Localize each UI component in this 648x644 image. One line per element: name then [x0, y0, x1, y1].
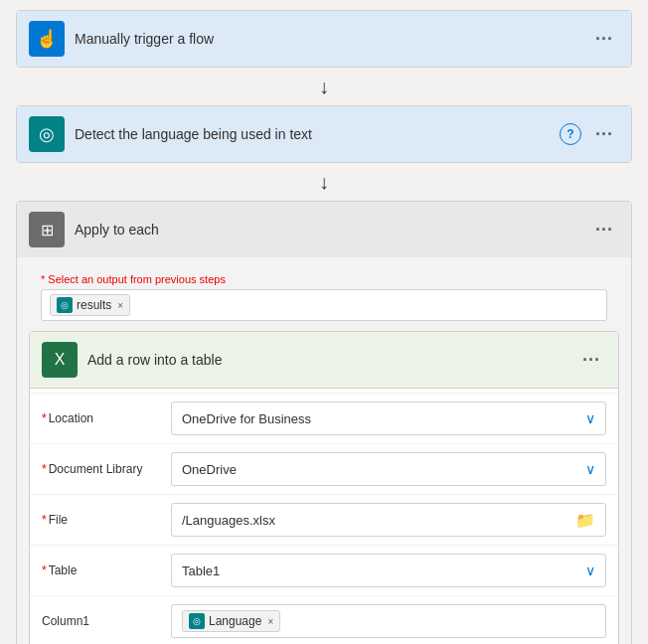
flow-canvas: ☝ Manually trigger a flow ··· ↓ ◎ Detect… — [10, 10, 638, 644]
select-output-label: * Select an output from previous steps — [29, 265, 619, 289]
doc-library-value: OneDrive — [182, 462, 237, 477]
detect-card: ◎ Detect the language being used in text… — [16, 105, 632, 163]
doc-library-dropdown[interactable]: OneDrive ∨ — [171, 452, 606, 486]
apply-each-title: Apply to each — [75, 222, 579, 238]
column1-tag-close[interactable]: × — [267, 616, 273, 627]
table-row: *Table Table1 ∨ — [30, 545, 618, 595]
add-row-form: *Location OneDrive for Business ∨ *Docum… — [30, 389, 618, 644]
add-row-header: X Add a row into a table ··· — [30, 332, 618, 389]
apply-each-more-button[interactable]: ··· — [589, 218, 619, 242]
results-tag: ◎ results × — [50, 294, 130, 316]
location-label: *Location — [42, 411, 171, 425]
add-row-actions: ··· — [576, 348, 606, 373]
trigger-more-button[interactable]: ··· — [589, 27, 619, 52]
detect-title: Detect the language being used in text — [75, 126, 550, 142]
location-row: *Location OneDrive for Business ∨ — [30, 393, 618, 443]
file-folder-icon[interactable]: 📁 — [575, 511, 595, 530]
results-tag-close[interactable]: × — [117, 300, 123, 311]
trigger-icon: ☝ — [29, 21, 65, 57]
location-dropdown[interactable]: OneDrive for Business ∨ — [171, 402, 606, 435]
doc-library-row: *Document Library OneDrive ∨ — [30, 443, 618, 494]
file-value: /Languages.xlsx — [182, 513, 275, 528]
trigger-actions: ··· — [589, 27, 619, 52]
detect-help-button[interactable]: ? — [560, 123, 581, 145]
trigger-title: Manually trigger a flow — [75, 31, 579, 47]
results-tag-label: results — [77, 298, 111, 312]
apply-each-header: ⊞ Apply to each ··· — [17, 202, 631, 257]
arrow-1: ↓ — [319, 68, 329, 105]
add-row-title: Add a row into a table — [87, 352, 567, 368]
doc-library-dropdown-arrow: ∨ — [585, 461, 595, 477]
location-value: OneDrive for Business — [182, 411, 311, 426]
column1-tag: ◎ Language × — [182, 610, 280, 632]
trigger-card: ☝ Manually trigger a flow ··· — [16, 10, 632, 68]
apply-each-icon: ⊞ — [29, 212, 65, 247]
doc-library-label: *Document Library — [42, 462, 171, 476]
detect-icon: ◎ — [29, 116, 65, 152]
arrow-2: ↓ — [319, 163, 329, 201]
table-dropdown[interactable]: Table1 ∨ — [171, 554, 606, 587]
column1-tag-label: Language — [209, 614, 261, 628]
file-row: *File /Languages.xlsx 📁 — [30, 494, 618, 545]
column1-row: Column1 ◎ Language × — [30, 595, 618, 644]
file-input[interactable]: /Languages.xlsx 📁 — [171, 503, 606, 537]
table-value: Table1 — [182, 564, 220, 578]
results-tag-input[interactable]: ◎ results × — [41, 289, 607, 321]
add-row-card: X Add a row into a table ··· *Location O… — [29, 331, 619, 644]
detect-actions: ? ··· — [560, 122, 619, 147]
table-label: *Table — [42, 564, 171, 577]
location-dropdown-arrow: ∨ — [585, 410, 595, 426]
column1-input[interactable]: ◎ Language × — [171, 604, 606, 638]
detect-more-button[interactable]: ··· — [589, 122, 619, 147]
column1-tag-icon: ◎ — [189, 613, 205, 629]
results-tag-icon: ◎ — [57, 297, 73, 313]
file-label: *File — [42, 513, 171, 527]
add-row-icon: X — [42, 342, 78, 378]
detect-header: ◎ Detect the language being used in text… — [17, 106, 631, 162]
trigger-header: ☝ Manually trigger a flow ··· — [17, 11, 631, 67]
apply-each-actions: ··· — [589, 218, 619, 242]
select-output-section: * Select an output from previous steps ◎… — [17, 257, 631, 321]
column1-label: Column1 — [42, 614, 171, 628]
table-dropdown-arrow: ∨ — [585, 563, 595, 578]
add-row-more-button[interactable]: ··· — [576, 348, 606, 373]
apply-each-card: ⊞ Apply to each ··· * Select an output f… — [16, 201, 632, 644]
